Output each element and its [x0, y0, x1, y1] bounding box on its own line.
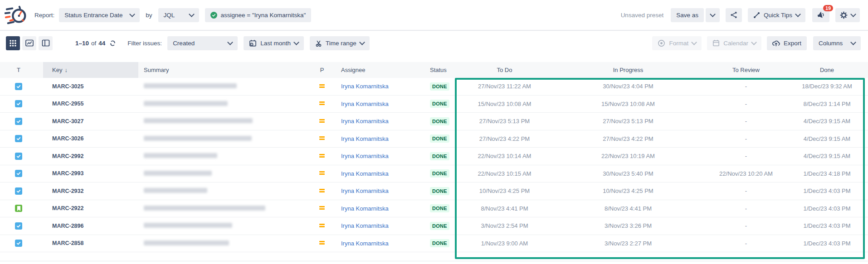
period-filter-dropdown[interactable]: Last month	[244, 36, 304, 50]
report-type-value: Status Entrance Date	[64, 12, 122, 19]
assignee-link[interactable]: Iryna Komarnitska	[341, 205, 389, 212]
format-button: Format	[652, 36, 702, 50]
done-date: 8/Dec/23 1:14 PM	[789, 101, 865, 107]
columns-button[interactable]: Columns	[813, 36, 861, 50]
time-range-dropdown[interactable]: Time range	[310, 36, 370, 50]
sort-desc-icon: ↓	[64, 67, 68, 73]
table-header-row: T Key ↓ Summary P Assignee Status To Do …	[0, 62, 868, 78]
issue-summary-redacted	[138, 240, 313, 247]
format-eye-icon	[658, 39, 665, 47]
chevron-down-icon	[710, 11, 716, 17]
save-as-button[interactable]: Save as	[671, 8, 704, 22]
status-badge: DONE	[430, 169, 449, 178]
save-as-menu-button[interactable]	[706, 8, 720, 22]
status-badge: DONE	[430, 239, 449, 247]
assignee-link[interactable]: Iryna Komarnitska	[341, 170, 389, 177]
issue-key: MARC-2955	[43, 101, 138, 107]
priority-medium-icon	[319, 136, 325, 138]
priority-medium-icon	[319, 84, 325, 86]
issue-type-icon	[15, 83, 22, 90]
issue-type-icon	[15, 100, 22, 107]
chevron-down-icon	[189, 11, 195, 17]
chevron-down-icon	[850, 11, 856, 17]
board-view-button[interactable]	[39, 36, 53, 50]
report-type-dropdown[interactable]: Status Entrance Date	[59, 8, 140, 22]
assignee-link[interactable]: Iryna Komarnitska	[341, 222, 389, 229]
column-header-type[interactable]: T	[12, 62, 43, 78]
chart-view-button[interactable]	[22, 36, 36, 50]
share-icon	[730, 11, 737, 19]
assignee-link[interactable]: Iryna Komarnitska	[341, 118, 389, 125]
todo-date: 27/Nov/23 4:22 PM	[456, 135, 553, 142]
table-row: MARC-3027 Iryna Komarnitska DONE 27/Nov/…	[0, 113, 868, 130]
report-toolbar: 1–10 of 44 Filter issues: Created Las	[0, 31, 868, 55]
priority-medium-icon	[319, 189, 325, 190]
to-review-date: -	[703, 205, 789, 212]
top-header-bar: Report: Status Entrance Date by JQL assi…	[0, 0, 868, 31]
column-header-in-progress[interactable]: In Progress	[553, 62, 703, 78]
issue-key: MARC-2896	[43, 223, 138, 229]
issue-type-icon	[15, 135, 22, 142]
issue-type-icon	[15, 170, 22, 177]
todo-date: 8/Nov/23 4:41 PM	[456, 205, 553, 212]
column-header-status[interactable]: Status	[426, 62, 456, 78]
jql-filter-pill[interactable]: assignee = "Iryna Komarnitska"	[205, 8, 312, 22]
calendar-icon	[712, 39, 720, 47]
status-badge: DONE	[430, 82, 449, 91]
assignee-link[interactable]: Iryna Komarnitska	[341, 240, 389, 247]
issue-type-icon	[15, 240, 22, 247]
to-review-date: 22/Nov/23 10:20 AM	[703, 170, 789, 177]
filter-issues-label: Filter issues:	[127, 40, 162, 47]
settings-button[interactable]	[835, 8, 860, 22]
done-date: 1/Dec/23 4:03 PM	[789, 240, 865, 247]
in-progress-date: 3/Nov/23 3:26 PM	[553, 222, 703, 229]
in-progress-date: 22/Nov/23 10:19 AM	[553, 153, 703, 159]
issue-type-icon	[15, 118, 22, 125]
in-progress-date: 27/Nov/23 4:22 PM	[553, 135, 703, 142]
to-review-date: -	[703, 222, 789, 229]
column-header-key[interactable]: Key ↓	[43, 62, 138, 78]
query-mode-dropdown[interactable]: JQL	[158, 8, 199, 22]
preset-status: Unsaved preset	[621, 12, 664, 19]
todo-date: 15/Nov/23 10:08 AM	[456, 101, 553, 107]
created-filter-dropdown[interactable]: Created	[167, 36, 238, 50]
issue-summary-redacted	[138, 83, 313, 90]
todo-date: 1/Nov/23 9:00 AM	[456, 240, 553, 247]
assignee-link[interactable]: Iryna Komarnitska	[341, 83, 389, 90]
issue-key: MARC-3027	[43, 118, 138, 125]
quick-tips-button[interactable]: Quick Tips	[748, 8, 805, 22]
in-progress-date: 10/Nov/23 4:25 PM	[553, 187, 703, 194]
issue-key: MARC-3025	[43, 83, 138, 90]
chevron-down-icon	[795, 11, 801, 17]
column-header-assignee[interactable]: Assignee	[331, 62, 426, 78]
assignee-link[interactable]: Iryna Komarnitska	[341, 187, 389, 194]
export-button[interactable]: Export	[767, 36, 807, 50]
issue-type-icon	[15, 222, 22, 230]
column-header-priority[interactable]: P	[313, 62, 331, 78]
chevron-down-icon	[293, 39, 299, 45]
done-date: 4/Dec/23 9:15 AM	[789, 153, 865, 159]
jql-query-text: assignee = "Iryna Komarnitska"	[221, 12, 306, 19]
issue-summary-redacted	[138, 118, 313, 125]
notifications-button[interactable]: 19	[812, 8, 829, 22]
to-review-date: -	[703, 135, 789, 142]
assignee-link[interactable]: Iryna Komarnitska	[341, 101, 389, 107]
assignee-link[interactable]: Iryna Komarnitska	[341, 153, 389, 159]
refresh-icon[interactable]	[109, 40, 116, 47]
table-row: MARC-3025 Iryna Komarnitska DONE 27/Nov/…	[0, 78, 868, 96]
gear-icon	[840, 11, 848, 19]
issue-summary-redacted	[138, 101, 313, 107]
export-cloud-icon	[772, 39, 780, 47]
column-header-done[interactable]: Done	[789, 62, 865, 78]
assignee-link[interactable]: Iryna Komarnitska	[341, 135, 389, 142]
share-button[interactable]	[726, 8, 742, 22]
column-header-summary[interactable]: Summary	[138, 62, 313, 78]
in-progress-date: 8/Nov/23 4:41 PM	[553, 205, 703, 212]
issue-summary-redacted	[138, 205, 313, 212]
column-header-todo[interactable]: To Do	[456, 62, 553, 78]
in-progress-date: 15/Nov/23 10:08 AM	[553, 101, 703, 107]
column-header-to-review[interactable]: To Review	[703, 62, 789, 78]
grid-view-button[interactable]	[6, 36, 20, 50]
status-badge: DONE	[430, 152, 449, 160]
todo-date: 3/Nov/23 2:54 PM	[456, 222, 553, 229]
